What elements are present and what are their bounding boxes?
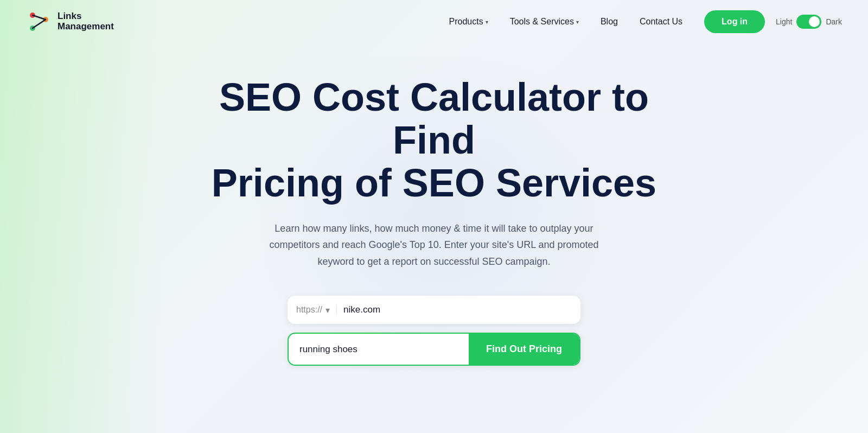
hero-subtitle: Learn how many links, how much money & t… [266, 220, 602, 270]
url-input-row: https:// ▾ [288, 296, 580, 324]
theme-toggle-track[interactable] [796, 15, 821, 29]
navbar: Links Management Products ▾ Tools & Serv… [0, 0, 868, 43]
chevron-down-icon: ▾ [486, 19, 488, 25]
theme-light-label: Light [776, 17, 792, 26]
svg-line-3 [33, 15, 46, 20]
theme-toggle: Light Dark [776, 15, 842, 29]
hero-section: SEO Cost Calculator to Find Pricing of S… [0, 43, 868, 387]
svg-line-4 [33, 20, 46, 28]
nav-item-products[interactable]: Products ▾ [441, 12, 497, 31]
logo[interactable]: Links Management [26, 9, 114, 35]
cta-row: Find Out Pricing [288, 333, 580, 366]
theme-dark-label: Dark [826, 17, 842, 26]
nav-item-tools-services[interactable]: Tools & Services ▾ [501, 12, 588, 31]
url-protocol-selector[interactable]: https:// ▾ [296, 305, 337, 315]
theme-toggle-thumb [809, 16, 820, 27]
login-button[interactable]: Log in [704, 10, 765, 33]
chevron-down-icon: ▾ [576, 19, 579, 25]
nav-item-contact[interactable]: Contact Us [631, 12, 691, 31]
url-input[interactable] [337, 299, 572, 321]
logo-icon [26, 9, 52, 35]
logo-text: Links Management [58, 11, 114, 31]
find-out-pricing-button[interactable]: Find Out Pricing [469, 334, 579, 365]
keyword-input[interactable] [289, 334, 469, 365]
nav-item-blog[interactable]: Blog [592, 12, 627, 31]
chevron-down-icon: ▾ [326, 305, 330, 315]
nav-links: Products ▾ Tools & Services ▾ Blog Conta… [441, 12, 692, 31]
hero-title: SEO Cost Calculator to Find Pricing of S… [190, 76, 678, 205]
